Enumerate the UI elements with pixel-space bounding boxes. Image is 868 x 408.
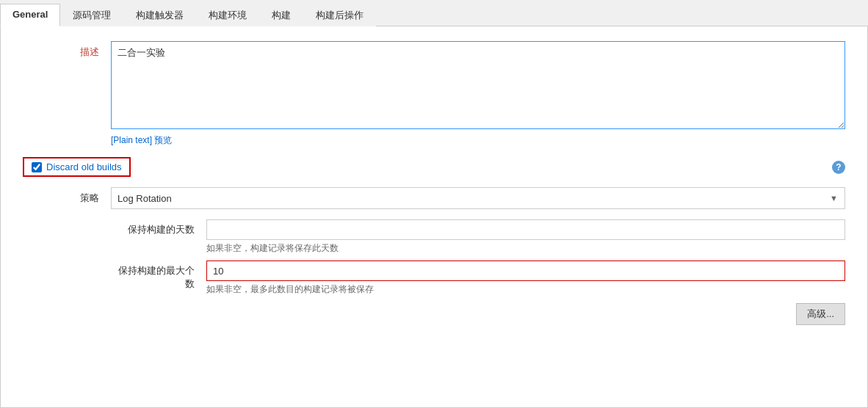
discard-full-row: Discard old builds ?: [23, 157, 845, 177]
description-row: 描述 [Plain text] 预览: [23, 41, 845, 147]
plain-text-row: [Plain text] 预览: [111, 134, 845, 147]
discard-builds-checkbox-wrapper[interactable]: Discard old builds: [23, 157, 131, 177]
discard-row: Discard old builds ?: [23, 157, 845, 177]
footer-row: 高级...: [23, 303, 845, 325]
description-label: 描述: [23, 41, 111, 59]
keep-max-row: 保持构建的最大个数 如果非空，最多此数目的构建记录将被保存: [111, 261, 845, 296]
tab-general[interactable]: General: [0, 4, 60, 26]
description-input[interactable]: [111, 41, 845, 129]
tab-env[interactable]: 构建环境: [196, 4, 259, 26]
strategy-select[interactable]: Log Rotation: [111, 187, 845, 209]
content-area: 描述 [Plain text] 预览 Discard old builds ?: [0, 26, 868, 408]
main-container: General 源码管理 构建触发器 构建环境 构建 构建后操作 描述 [Pla…: [0, 0, 868, 408]
keep-max-input[interactable]: [206, 261, 845, 281]
keep-days-hint: 如果非空，构建记录将保存此天数: [206, 242, 845, 255]
sub-options: 保持构建的天数 如果非空，构建记录将保存此天数 保持构建的最大个数 如果非空，最…: [23, 219, 845, 296]
tab-bar: General 源码管理 构建触发器 构建环境 构建 构建后操作: [0, 0, 868, 26]
keep-days-label: 保持构建的天数: [111, 219, 206, 236]
discard-builds-label: Discard old builds: [46, 161, 122, 172]
tab-source[interactable]: 源码管理: [60, 4, 123, 26]
keep-max-label: 保持构建的最大个数: [111, 261, 206, 291]
preview-link[interactable]: 预览: [154, 135, 172, 145]
keep-max-control: 如果非空，最多此数目的构建记录将被保存: [206, 261, 845, 296]
keep-days-row: 保持构建的天数 如果非空，构建记录将保存此天数: [111, 219, 845, 255]
help-icon[interactable]: ?: [832, 161, 845, 174]
tab-post-build[interactable]: 构建后操作: [303, 4, 376, 26]
keep-days-input[interactable]: [206, 219, 845, 240]
advanced-button[interactable]: 高级...: [796, 303, 845, 325]
keep-days-control: 如果非空，构建记录将保存此天数: [206, 219, 845, 255]
keep-max-hint: 如果非空，最多此数目的构建记录将被保存: [206, 283, 845, 296]
discard-builds-checkbox[interactable]: [32, 162, 42, 172]
description-wrapper: [Plain text] 预览: [111, 41, 845, 147]
strategy-row: 策略 Log Rotation ▼: [23, 187, 845, 209]
plain-text-link[interactable]: [Plain text]: [111, 135, 152, 145]
tab-trigger[interactable]: 构建触发器: [123, 4, 196, 26]
strategy-label: 策略: [45, 192, 111, 205]
tab-build[interactable]: 构建: [259, 4, 303, 26]
strategy-select-wrapper: Log Rotation ▼: [111, 187, 845, 209]
